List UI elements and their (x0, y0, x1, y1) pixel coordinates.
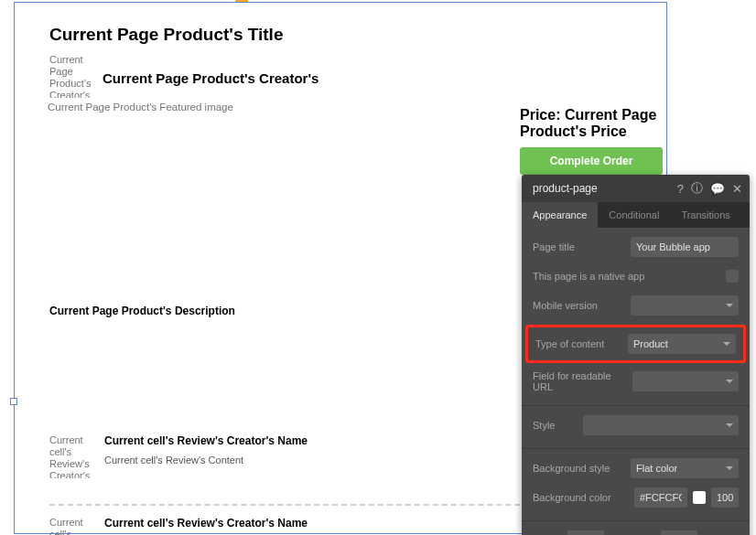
native-app-checkbox[interactable] (726, 270, 739, 283)
type-of-content-value: Product (633, 338, 668, 349)
type-of-content-label: Type of content (535, 338, 604, 349)
review-avatar-placeholder[interactable]: Current cell's (49, 517, 93, 535)
background-style-label: Background style (533, 463, 610, 474)
complete-order-button[interactable]: Complete Order (520, 147, 663, 175)
style-label: Style (533, 420, 555, 431)
creator-name[interactable]: Current Page Product's Creator's (103, 54, 319, 86)
background-color-swatch[interactable] (693, 491, 706, 504)
background-color-input[interactable] (634, 487, 687, 508)
creator-row: Current Page Product's Creator's Current… (49, 54, 632, 98)
panel-tabs: Appearance Conditional Transitions (522, 202, 750, 228)
help-icon[interactable]: ? (677, 182, 684, 196)
style-select[interactable] (583, 415, 739, 435)
comment-icon[interactable]: 💬 (710, 182, 725, 196)
page-title-input[interactable] (631, 237, 739, 257)
review-avatar-placeholder[interactable]: Current cell's Review's Creator's (49, 434, 93, 478)
panel-body: Page title This page is a native app Mob… (522, 228, 750, 535)
panel-header[interactable]: product-page ? ⓘ 💬 ✕ (522, 175, 750, 202)
readable-url-select[interactable] (632, 371, 739, 391)
chevron-down-icon (726, 304, 733, 307)
info-icon[interactable]: ⓘ (691, 180, 703, 197)
creator-avatar-placeholder[interactable]: Current Page Product's Creator's (49, 54, 93, 98)
product-title[interactable]: Current Page Product's Title (49, 25, 632, 45)
review-creator-name[interactable]: Current cell's Review's Creator's Name (104, 434, 308, 447)
readable-url-label: Field for readable URL (533, 370, 632, 392)
background-style-select[interactable]: Flat color (631, 458, 739, 478)
chevron-down-icon (726, 466, 733, 470)
property-panel[interactable]: product-page ? ⓘ 💬 ✕ Appearance Conditio… (522, 175, 750, 535)
width-input[interactable] (567, 530, 604, 535)
tab-appearance[interactable]: Appearance (522, 202, 598, 228)
mobile-version-select[interactable] (631, 295, 739, 316)
background-opacity-input[interactable] (711, 487, 739, 508)
background-color-label: Background color (533, 492, 611, 503)
close-icon[interactable]: ✕ (732, 182, 742, 196)
chevron-down-icon (723, 342, 730, 346)
review-creator-name[interactable]: Current cell's Review's Creator's Name (104, 517, 308, 530)
native-app-label: This page is a native app (533, 271, 644, 282)
mobile-version-label: Mobile version (533, 300, 598, 311)
tab-conditional[interactable]: Conditional (598, 202, 670, 228)
review-content[interactable]: Current cell's Review's Content (104, 455, 308, 465)
type-of-content-select[interactable]: Product (628, 334, 736, 354)
tab-transitions[interactable]: Transitions (670, 202, 740, 228)
selection-handle-left[interactable] (10, 398, 17, 405)
type-of-content-row-highlight: Type of content Product (525, 325, 746, 363)
price-text[interactable]: Price: Current Page Product's Price (520, 107, 681, 140)
page-title-label: Page title (533, 241, 575, 252)
height-input[interactable] (661, 530, 697, 535)
panel-element-name: product-page (533, 182, 598, 195)
chevron-down-icon (726, 423, 733, 427)
background-style-value: Flat color (636, 463, 677, 474)
product-description[interactable]: Current Page Product's Description (49, 305, 235, 317)
chevron-down-icon (726, 380, 733, 383)
price-block: Price: Current Page Product's Price Comp… (520, 107, 681, 175)
